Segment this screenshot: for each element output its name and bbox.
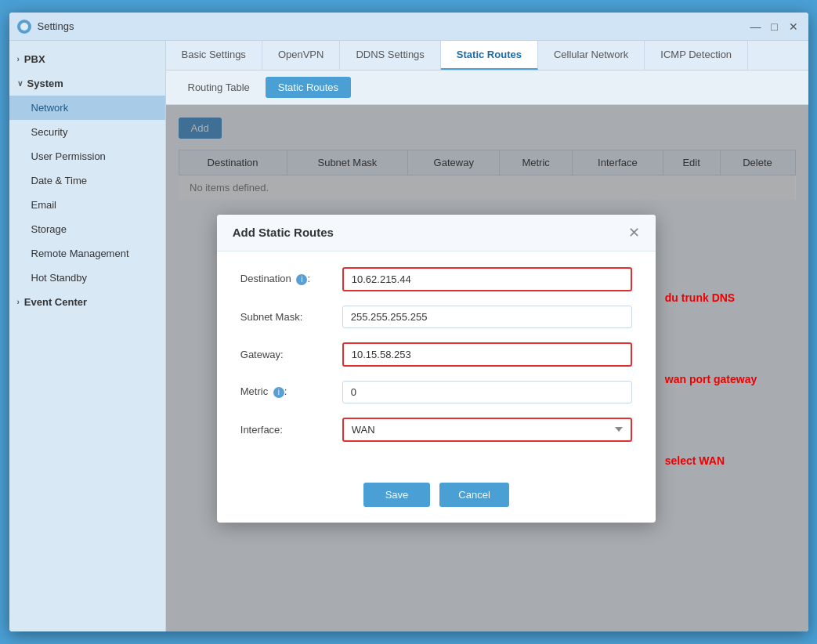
subtab-routing-table[interactable]: Routing Table xyxy=(175,77,262,98)
restore-button[interactable]: □ xyxy=(768,20,782,34)
annotation-interface: select WAN xyxy=(665,454,725,467)
sidebar-item-hot-standby-label: Hot Standby xyxy=(31,272,88,284)
modal-footer: Save Cancel xyxy=(217,472,656,523)
sidebar-item-network[interactable]: Network xyxy=(9,96,165,120)
sidebar: › PBX ∨ System Network Security User Per… xyxy=(9,41,166,631)
gateway-label: Gateway: xyxy=(240,349,342,360)
sidebar-item-pbx-label: PBX xyxy=(24,53,45,65)
gateway-row: Gateway: xyxy=(240,342,632,367)
modal-title: Add Static Routes xyxy=(233,226,334,239)
sidebar-item-event-center[interactable]: › Event Center xyxy=(9,290,165,314)
app-icon xyxy=(17,20,31,34)
destination-row: Destination i: xyxy=(240,267,632,291)
tab-cellular-network[interactable]: Cellular Network xyxy=(538,41,645,70)
subtab-static-routes[interactable]: Static Routes xyxy=(266,77,351,98)
tab-icmp-detection[interactable]: ICMP Detection xyxy=(645,41,748,70)
content-area: Basic Settings OpenVPN DDNS Settings Sta… xyxy=(166,41,808,631)
app-window: Settings — □ ✕ › PBX ∨ System Network Se… xyxy=(9,13,808,631)
annotation-destination: du trunk DNS xyxy=(665,291,735,304)
sidebar-item-email-label: Email xyxy=(31,199,57,211)
annotation-gateway: wan port gateway xyxy=(665,373,757,385)
window-controls: — □ ✕ xyxy=(749,20,801,34)
metric-info-icon[interactable]: i xyxy=(273,387,284,398)
save-button[interactable]: Save xyxy=(363,483,431,507)
sidebar-item-system-label: System xyxy=(27,78,63,89)
sub-tab-bar: Routing Table Static Routes xyxy=(166,71,808,105)
title-bar: Settings — □ ✕ xyxy=(9,13,808,41)
interface-label: Interface: xyxy=(240,424,342,436)
interface-row: Interface: WAN LAN WLAN xyxy=(240,418,632,442)
minimize-button[interactable]: — xyxy=(749,20,763,34)
event-center-arrow: › xyxy=(17,298,20,306)
sidebar-item-system[interactable]: ∨ System xyxy=(9,71,165,96)
main-layout: › PBX ∨ System Network Security User Per… xyxy=(9,41,808,631)
tab-ddns-settings[interactable]: DDNS Settings xyxy=(340,41,440,70)
subnet-mask-input[interactable] xyxy=(342,306,632,328)
sidebar-item-security-label: Security xyxy=(31,126,68,138)
svg-point-0 xyxy=(20,23,28,31)
cancel-button[interactable]: Cancel xyxy=(439,483,508,507)
metric-input[interactable] xyxy=(342,381,632,403)
sidebar-item-storage-label: Storage xyxy=(31,223,67,235)
sidebar-item-remote-management[interactable]: Remote Management xyxy=(9,241,165,266)
tab-basic-settings[interactable]: Basic Settings xyxy=(166,41,262,70)
tab-static-routes[interactable]: Static Routes xyxy=(441,41,538,70)
interface-select[interactable]: WAN LAN WLAN xyxy=(342,418,632,442)
tab-openvpn[interactable]: OpenVPN xyxy=(262,41,341,70)
sidebar-item-event-center-label: Event Center xyxy=(24,296,87,308)
pbx-arrow: › xyxy=(17,55,20,63)
sidebar-item-email[interactable]: Email xyxy=(9,193,165,217)
sidebar-item-date-time[interactable]: Date & Time xyxy=(9,168,165,193)
destination-label: Destination i: xyxy=(240,273,342,285)
sidebar-item-network-label: Network xyxy=(31,102,69,114)
sidebar-item-hot-standby[interactable]: Hot Standby xyxy=(9,266,165,290)
modal-header: Add Static Routes ✕ xyxy=(217,215,656,251)
sidebar-item-user-permission-label: User Permission xyxy=(31,150,106,162)
tab-bar: Basic Settings OpenVPN DDNS Settings Sta… xyxy=(166,41,808,71)
subnet-mask-label: Subnet Mask: xyxy=(240,311,342,323)
subnet-mask-row: Subnet Mask: xyxy=(240,306,632,328)
modal-body: Destination i: Subnet Mask: xyxy=(217,251,656,472)
sidebar-item-user-permission[interactable]: User Permission xyxy=(9,144,165,168)
modal-close-button[interactable]: ✕ xyxy=(628,226,640,240)
destination-input[interactable] xyxy=(342,267,632,291)
destination-info-icon[interactable]: i xyxy=(296,274,307,285)
add-static-routes-modal: Add Static Routes ✕ Destination i: xyxy=(217,215,656,523)
sidebar-item-security[interactable]: Security xyxy=(9,120,165,144)
metric-row: Metric i: xyxy=(240,381,632,403)
modal-overlay: Add Static Routes ✕ Destination i: xyxy=(166,105,808,631)
window-title: Settings xyxy=(38,20,749,32)
system-arrow: ∨ xyxy=(17,79,23,88)
sidebar-item-remote-management-label: Remote Management xyxy=(31,248,129,259)
sidebar-item-storage[interactable]: Storage xyxy=(9,217,165,241)
close-button[interactable]: ✕ xyxy=(786,20,801,34)
sidebar-item-pbx[interactable]: › PBX xyxy=(9,47,165,71)
metric-label: Metric i: xyxy=(240,385,342,398)
content-panel: Add Destination Subnet Mask Gateway Metr… xyxy=(166,105,808,631)
gateway-input[interactable] xyxy=(342,342,632,367)
sidebar-item-date-time-label: Date & Time xyxy=(31,175,88,186)
